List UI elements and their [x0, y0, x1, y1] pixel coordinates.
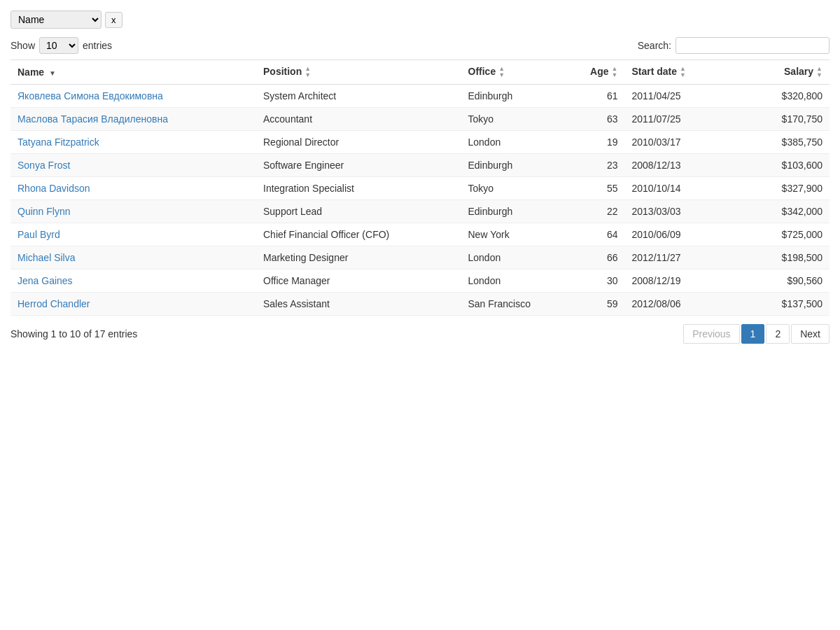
row-office: Edinburgh — [461, 200, 568, 223]
show-entries-left: Show 102550100 entries — [10, 37, 112, 54]
row-name-link[interactable]: Herrod Chandler — [18, 298, 90, 309]
previous-button[interactable]: Previous — [683, 324, 739, 344]
row-age: 55 — [568, 177, 625, 200]
col-header-start_date[interactable]: Start date▲▼ — [624, 60, 731, 85]
table-row: Маслова Тарасия ВладиленовнаAccountantTo… — [10, 108, 830, 131]
row-position: System Architect — [256, 85, 461, 108]
sort-icons: ▲▼ — [680, 66, 686, 78]
row-age: 22 — [568, 200, 625, 223]
row-age: 63 — [568, 108, 625, 131]
showing-text: Showing 1 to 10 of 17 entries — [10, 328, 137, 340]
column-filter-select[interactable]: NamePositionOfficeAgeStart dateSalary — [10, 10, 102, 29]
table-row: Paul ByrdChief Financial Officer (CFO)Ne… — [10, 223, 830, 246]
row-age: 61 — [568, 85, 625, 108]
row-office: Edinburgh — [461, 85, 568, 108]
row-salary: $137,500 — [732, 293, 830, 316]
row-salary: $170,750 — [732, 108, 830, 131]
row-office: London — [461, 270, 568, 293]
col-header-name[interactable]: Name ▼ — [10, 60, 256, 85]
table-body: Яковлева Симона ЕвдокимовнаSystem Archit… — [10, 85, 830, 316]
sort-icons: ▲▼ — [612, 66, 618, 78]
row-office: London — [461, 246, 568, 270]
row-position: Sales Assistant — [256, 293, 461, 316]
row-name-link[interactable]: Quinn Flynn — [18, 206, 70, 217]
row-position: Chief Financial Officer (CFO) — [256, 223, 461, 246]
row-name-link[interactable]: Paul Byrd — [18, 229, 60, 240]
search-input[interactable] — [676, 37, 830, 54]
row-salary: $90,560 — [732, 270, 830, 293]
table-header: Name ▼Position▲▼Office▲▼Age▲▼Start date▲… — [10, 60, 830, 85]
row-name-link[interactable]: Sonya Frost — [18, 160, 70, 171]
table-footer: Showing 1 to 10 of 17 entries Previous 1… — [10, 324, 830, 344]
row-name-link[interactable]: Яковлева Симона Евдокимовна — [18, 90, 163, 102]
table-row: Яковлева Симона ЕвдокимовнаSystem Archit… — [10, 85, 830, 108]
row-salary: $385,750 — [732, 131, 830, 154]
row-office: Edinburgh — [461, 154, 568, 177]
table-row: Herrod ChandlerSales AssistantSan Franci… — [10, 293, 830, 316]
row-age: 59 — [568, 293, 625, 316]
controls-row: Show 102550100 entries Search: — [10, 37, 830, 54]
row-name-link[interactable]: Michael Silva — [18, 252, 75, 263]
row-start-date: 2011/07/25 — [624, 108, 731, 131]
sort-icons: ▲▼ — [498, 66, 505, 78]
row-position: Regional Director — [256, 131, 461, 154]
row-start-date: 2010/06/09 — [624, 223, 731, 246]
row-age: 30 — [568, 270, 625, 293]
row-salary: $103,600 — [732, 154, 830, 177]
entries-per-page-select[interactable]: 102550100 — [39, 37, 78, 54]
sort-icons: ▲▼ — [816, 66, 822, 78]
table-row: Sonya FrostSoftware EngineerEdinburgh232… — [10, 154, 830, 177]
row-age: 66 — [568, 246, 625, 270]
column-filter-controls: NamePositionOfficeAgeStart dateSalary x — [10, 10, 830, 29]
row-salary: $327,900 — [732, 177, 830, 200]
row-office: New York — [461, 223, 568, 246]
row-start-date: 2011/04/25 — [624, 85, 731, 108]
row-salary: $320,800 — [732, 85, 830, 108]
table-row: Michael SilvaMarketing DesignerLondon662… — [10, 246, 830, 270]
row-position: Integration Specialist — [256, 177, 461, 200]
sort-icons: ▲▼ — [304, 66, 311, 78]
next-button[interactable]: Next — [791, 324, 830, 344]
row-name-link[interactable]: Tatyana Fitzpatrick — [18, 136, 99, 148]
page-1-button[interactable]: 1 — [741, 324, 765, 344]
entries-label: entries — [83, 40, 112, 51]
table-row: Jena GainesOffice ManagerLondon302008/12… — [10, 270, 830, 293]
row-name-link[interactable]: Маслова Тарасия Владиленовна — [18, 113, 168, 125]
col-header-salary[interactable]: Salary▲▼ — [732, 60, 830, 85]
col-header-age[interactable]: Age▲▼ — [568, 60, 625, 85]
row-start-date: 2012/08/06 — [624, 293, 731, 316]
table-row: Tatyana FitzpatrickRegional DirectorLond… — [10, 131, 830, 154]
row-start-date: 2008/12/13 — [624, 154, 731, 177]
row-office: San Francisco — [461, 293, 568, 316]
search-label: Search: — [638, 40, 671, 51]
row-start-date: 2010/03/17 — [624, 131, 731, 154]
col-header-office[interactable]: Office▲▼ — [461, 60, 568, 85]
row-position: Software Engineer — [256, 154, 461, 177]
header-row: Name ▼Position▲▼Office▲▼Age▲▼Start date▲… — [10, 60, 830, 85]
row-office: Tokyo — [461, 177, 568, 200]
row-position: Marketing Designer — [256, 246, 461, 270]
sort-down-icon: ▼ — [47, 69, 56, 77]
row-start-date: 2010/10/14 — [624, 177, 731, 200]
row-position: Accountant — [256, 108, 461, 131]
clear-filter-button[interactable]: x — [105, 12, 122, 28]
table-row: Rhona DavidsonIntegration SpecialistToky… — [10, 177, 830, 200]
show-label: Show — [10, 40, 35, 51]
row-start-date: 2008/12/19 — [624, 270, 731, 293]
row-salary: $198,500 — [732, 246, 830, 270]
data-table: Name ▼Position▲▼Office▲▼Age▲▼Start date▲… — [10, 59, 830, 316]
col-header-position[interactable]: Position▲▼ — [256, 60, 461, 85]
row-age: 19 — [568, 131, 625, 154]
table-row: Quinn FlynnSupport LeadEdinburgh222013/0… — [10, 200, 830, 223]
row-start-date: 2013/03/03 — [624, 200, 731, 223]
row-office: Tokyo — [461, 108, 568, 131]
row-position: Office Manager — [256, 270, 461, 293]
row-salary: $725,000 — [732, 223, 830, 246]
row-salary: $342,000 — [732, 200, 830, 223]
row-office: London — [461, 131, 568, 154]
row-name-link[interactable]: Jena Gaines — [18, 275, 73, 286]
page-2-button[interactable]: 2 — [766, 324, 790, 344]
row-age: 23 — [568, 154, 625, 177]
search-controls: Search: — [638, 37, 830, 54]
row-name-link[interactable]: Rhona Davidson — [18, 183, 90, 194]
